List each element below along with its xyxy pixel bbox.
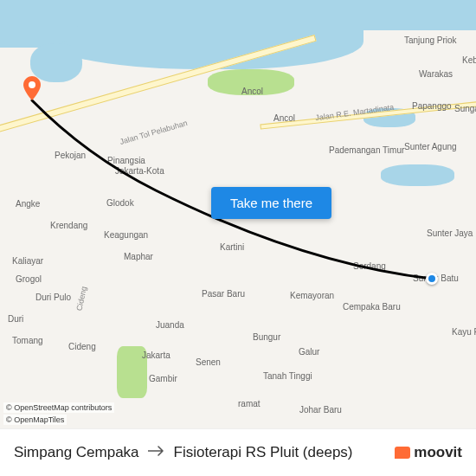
district-label: Senen (196, 357, 221, 367)
district-label: Gambir (149, 374, 177, 383)
district-label: Sunter Jaya (427, 228, 473, 238)
district-label: Serdang (353, 261, 386, 271)
marker-destination[interactable] (23, 76, 41, 100)
district-label: Angke (16, 199, 40, 209)
district-label: Galur (299, 347, 319, 357)
district-label: Ancol (241, 87, 263, 96)
water-sunter (381, 164, 454, 186)
moovit-logo[interactable]: moovit (395, 444, 462, 461)
route-summary-bar: Simpang Cempaka Fisioterapi RS Pluit (de… (0, 428, 476, 476)
take-me-there-button[interactable]: Take me there (211, 187, 331, 219)
district-label: Papanggo (412, 101, 452, 111)
arrow-right-icon (148, 444, 165, 461)
district-label: Tomang (12, 336, 43, 345)
district-label: Krendang (50, 221, 87, 230)
district-label: Jakarta (142, 351, 170, 360)
district-label: Pademangan Timur (329, 145, 404, 155)
marker-origin[interactable] (426, 273, 438, 285)
water-east (346, 0, 476, 30)
moovit-bubble-icon (395, 447, 410, 459)
district-label: Sungai B (454, 104, 476, 113)
district-label: Kaliayar (12, 256, 43, 266)
road-label: Jalan Tol Pelabuhan (119, 119, 189, 146)
district-label: Tanjung Priok (404, 35, 457, 45)
district-label: Warakas (419, 69, 453, 79)
district-label: Kayu Put (452, 327, 476, 337)
district-label: Maphar (124, 252, 153, 261)
district-label: Pekojan (55, 151, 86, 160)
district-label: Johar Baru (299, 405, 342, 415)
route-destination-label: Fisioterapi RS Pluit (deeps) (174, 444, 353, 461)
district-label: Cempaka Baru (343, 302, 401, 312)
map-viewport[interactable]: Tanjung PriokWarakasKeboPapanggoSungai B… (0, 0, 476, 428)
district-label: Sunter Agung (404, 142, 457, 151)
district-label: Grogol (16, 274, 42, 284)
district-label: Pasar Baru (202, 289, 245, 299)
district-label: Pinangsia (107, 156, 145, 165)
district-label: ramat (238, 399, 261, 408)
district-label: Kebo (462, 55, 476, 65)
attribution-osm: © OpenStreetMap contributors (3, 402, 114, 413)
attribution-tiles: © OpenMapTiles (3, 415, 67, 425)
district-label: Ancol (273, 113, 295, 123)
district-label: Keagungan (104, 230, 148, 240)
district-label: Kartini (220, 242, 244, 252)
district-label: Juanda (156, 320, 184, 330)
district-label: Duri (8, 314, 23, 324)
svg-point-0 (29, 81, 35, 88)
district-label: Glodok (106, 198, 134, 208)
district-label: Kemayoran (290, 291, 334, 300)
district-label: Jakarta-Kota (115, 166, 164, 176)
district-label: Bungur (253, 332, 280, 342)
route-origin-label: Simpang Cempaka (14, 444, 139, 461)
road-label: Cideng (74, 286, 88, 312)
route-text: Simpang Cempaka Fisioterapi RS Pluit (de… (14, 444, 384, 461)
district-label: Cideng (68, 342, 96, 351)
moovit-brand-text: moovit (414, 444, 462, 461)
water-coast (0, 0, 78, 48)
district-label: Tanah Tinggi (263, 371, 312, 381)
district-label: Duri Pulo (35, 293, 71, 302)
